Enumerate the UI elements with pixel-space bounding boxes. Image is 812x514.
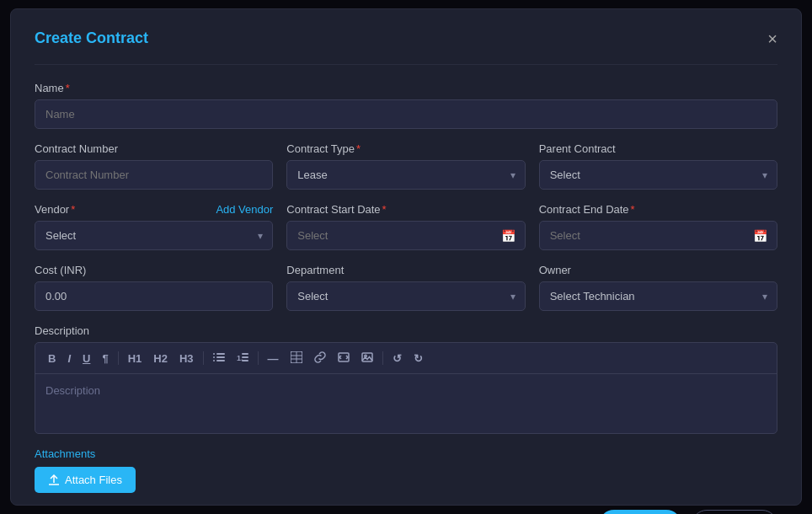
editor-toolbar: B I U ¶ H1 H2 H3 bbox=[35, 343, 777, 374]
owner-select-wrapper: Select Technician ▾ bbox=[539, 281, 777, 311]
name-input[interactable] bbox=[35, 99, 777, 129]
name-field-group: Name* bbox=[35, 82, 777, 129]
owner-group: Owner Select Technician ▾ bbox=[539, 264, 777, 311]
embed-button[interactable] bbox=[334, 350, 354, 367]
department-select[interactable]: Select bbox=[286, 281, 525, 311]
row-3: Cost (INR) Department Select ▾ Owner Sel… bbox=[35, 264, 777, 311]
editor-container: B I U ¶ H1 H2 H3 bbox=[35, 342, 777, 434]
contract-number-input[interactable] bbox=[35, 160, 273, 190]
cancel-button[interactable]: Cancel bbox=[692, 510, 777, 514]
description-section: Description B I U ¶ H1 H2 H3 bbox=[35, 324, 777, 434]
undo-button[interactable]: ↺ bbox=[388, 351, 406, 367]
contract-type-select-wrapper: Lease ▾ bbox=[286, 160, 525, 190]
redo-button[interactable]: ↻ bbox=[409, 351, 427, 367]
ordered-list-button[interactable]: 1. bbox=[232, 350, 253, 367]
header-divider bbox=[35, 64, 777, 65]
svg-rect-3 bbox=[216, 356, 225, 358]
contract-end-label: Contract End Date* bbox=[539, 203, 777, 216]
vendor-select[interactable]: Select bbox=[35, 221, 273, 250]
attachments-label: Attachments bbox=[35, 447, 777, 460]
vendor-group: Vendor* Add Vendor Select ▾ bbox=[35, 203, 273, 250]
contract-type-group: Contract Type* Lease ▾ bbox=[286, 142, 525, 190]
contract-type-label: Contract Type* bbox=[286, 142, 525, 155]
image-button[interactable] bbox=[357, 350, 377, 367]
svg-rect-2 bbox=[213, 356, 215, 358]
svg-rect-9 bbox=[242, 360, 248, 361]
parent-contract-group: Parent Contract Select ▾ bbox=[539, 142, 777, 190]
contract-end-group: Contract End Date* 📅 bbox=[539, 203, 777, 250]
vendor-select-wrapper: Select ▾ bbox=[35, 221, 273, 250]
contract-start-wrapper: 📅 bbox=[286, 221, 525, 250]
modal-overlay: Create Contract × Name* Contract Number … bbox=[0, 0, 812, 514]
hr-button[interactable]: — bbox=[264, 351, 283, 367]
contract-number-label: Contract Number bbox=[35, 142, 273, 155]
cost-input[interactable] bbox=[35, 281, 273, 311]
bullet-list-button[interactable] bbox=[209, 350, 229, 367]
parent-contract-select[interactable]: Select bbox=[539, 160, 777, 190]
italic-button[interactable]: I bbox=[63, 351, 75, 367]
modal-header: Create Contract × bbox=[35, 29, 777, 47]
add-vendor-link[interactable]: Add Vendor bbox=[216, 203, 273, 216]
toolbar-divider-4 bbox=[382, 351, 383, 365]
row-1: Contract Number Contract Type* Lease ▾ P… bbox=[35, 142, 777, 190]
create-button[interactable]: Create bbox=[599, 510, 681, 514]
owner-select[interactable]: Select Technician bbox=[539, 281, 777, 311]
h1-button[interactable]: H1 bbox=[124, 351, 147, 367]
vendor-label: Vendor* bbox=[35, 203, 75, 216]
footer-actions: Create Cancel bbox=[35, 510, 777, 514]
modal-title: Create Contract bbox=[35, 29, 148, 47]
link-button[interactable] bbox=[310, 349, 330, 367]
svg-rect-8 bbox=[242, 356, 248, 358]
contract-start-label: Contract Start Date* bbox=[286, 203, 525, 216]
department-label: Department bbox=[286, 264, 525, 276]
table-button[interactable] bbox=[286, 349, 307, 367]
h2-button[interactable]: H2 bbox=[149, 351, 172, 367]
bold-button[interactable]: B bbox=[44, 351, 60, 367]
attach-files-button[interactable]: Attach Files bbox=[35, 467, 136, 493]
upload-icon bbox=[48, 474, 60, 486]
department-select-wrapper: Select ▾ bbox=[286, 281, 525, 311]
h3-button[interactable]: H3 bbox=[175, 351, 198, 367]
svg-rect-4 bbox=[213, 360, 215, 361]
name-label: Name* bbox=[35, 82, 777, 94]
toolbar-divider-1 bbox=[118, 351, 119, 365]
svg-rect-1 bbox=[216, 353, 225, 355]
owner-label: Owner bbox=[539, 264, 777, 276]
contract-end-wrapper: 📅 bbox=[539, 221, 777, 250]
attachments-section: Attachments Attach Files bbox=[35, 447, 777, 493]
cost-group: Cost (INR) bbox=[35, 264, 273, 311]
description-label: Description bbox=[35, 324, 777, 337]
parent-contract-select-wrapper: Select ▾ bbox=[539, 160, 777, 190]
toolbar-divider-3 bbox=[258, 351, 259, 365]
parent-contract-label: Parent Contract bbox=[539, 142, 777, 155]
contract-start-group: Contract Start Date* 📅 bbox=[286, 203, 525, 250]
svg-rect-7 bbox=[242, 353, 248, 355]
contract-start-input[interactable] bbox=[286, 221, 525, 250]
contract-type-select[interactable]: Lease bbox=[286, 160, 525, 190]
description-editor[interactable]: Description bbox=[35, 374, 777, 433]
contract-number-group: Contract Number bbox=[35, 142, 273, 190]
close-button[interactable]: × bbox=[767, 30, 777, 47]
underline-button[interactable]: U bbox=[78, 351, 94, 367]
cost-label: Cost (INR) bbox=[35, 264, 273, 276]
svg-rect-5 bbox=[216, 360, 225, 361]
svg-rect-0 bbox=[213, 353, 215, 355]
toolbar-divider-2 bbox=[203, 351, 204, 365]
vendor-label-row: Vendor* Add Vendor bbox=[35, 203, 273, 216]
department-group: Department Select ▾ bbox=[286, 264, 525, 311]
create-contract-modal: Create Contract × Name* Contract Number … bbox=[10, 8, 802, 506]
row-2: Vendor* Add Vendor Select ▾ Contract Sta… bbox=[35, 203, 777, 250]
paragraph-button[interactable]: ¶ bbox=[98, 351, 112, 367]
contract-end-input[interactable] bbox=[539, 221, 777, 250]
